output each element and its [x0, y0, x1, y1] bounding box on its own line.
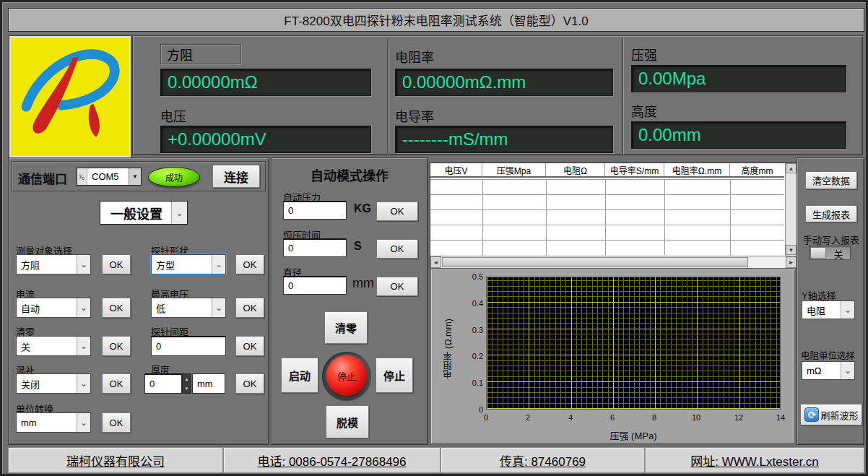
emergency-stop-button[interactable]: 停止 — [326, 355, 367, 396]
refresh-waveform-label: 刷新波形 — [820, 408, 858, 422]
y-axis-select-value: 电阻 — [802, 301, 841, 319]
max-voltage-select[interactable]: 低 ⌄ — [151, 298, 226, 318]
chevron-down-icon[interactable]: ⌄ — [841, 301, 854, 319]
table-body — [430, 179, 784, 255]
manual-report-toggle[interactable]: 关 — [809, 246, 851, 260]
ok-button[interactable]: OK — [102, 412, 131, 433]
table-hscrollbar[interactable]: ◄ ► — [430, 256, 797, 268]
chevron-down-icon[interactable]: ⌄ — [77, 413, 90, 432]
scroll-down-icon[interactable]: ▼ — [786, 245, 797, 255]
measurement-display-panel: 方阻 0.00000mΩ 电压 +0.00000mV 电阻率 0.00000mΩ… — [132, 35, 863, 155]
ok-button[interactable]: OK — [376, 202, 418, 221]
scroll-right-icon[interactable]: ► — [786, 256, 797, 268]
pressure-value: 0.00Mpa — [631, 65, 846, 92]
chevron-down-icon[interactable]: ⌄ — [77, 298, 90, 317]
stop-button[interactable]: 停止 — [376, 358, 413, 393]
column-header: 电压V — [430, 163, 482, 176]
chevron-down-icon[interactable]: ⌄ — [77, 337, 90, 355]
ok-button[interactable]: OK — [235, 336, 264, 356]
status-led-text: 成功 — [165, 171, 183, 183]
chevron-down-icon[interactable]: ⌄ — [212, 255, 225, 274]
y-tick: 0.4 — [461, 299, 483, 308]
toggle-state-text: 关 — [827, 247, 850, 261]
auto-mode-title: 自动模式操作 — [272, 165, 428, 184]
x-tick: 6 — [602, 413, 623, 422]
unit-convert-select[interactable]: mm ⌄ — [16, 412, 91, 433]
refresh-icon: ⟳ — [804, 407, 819, 422]
y-tick: 0.2 — [461, 352, 483, 360]
probe-shape-select[interactable]: 方型 ⌄ — [151, 254, 226, 274]
company-name: 瑞柯仪器有限公司 — [8, 447, 223, 473]
voltage-value: +0.00000mV — [160, 126, 371, 153]
current-select[interactable]: 自动 ⌄ — [16, 298, 91, 318]
settings-mode-value: 一般设置 — [100, 202, 171, 224]
spinner-up-icon[interactable]: ▲ — [183, 374, 191, 384]
unit-convert-value: mm — [17, 413, 77, 432]
x-tick: 0 — [475, 413, 497, 422]
io-icon: ᴵ⁄ₒ — [77, 168, 87, 185]
chevron-down-icon[interactable]: ⌄ — [77, 374, 90, 393]
start-button[interactable]: 启动 — [281, 358, 318, 393]
ok-button[interactable]: OK — [376, 239, 418, 259]
height-label: 高度 — [631, 101, 657, 120]
conductivity-label: 电导率 — [395, 106, 434, 125]
ok-button[interactable]: OK — [102, 298, 131, 318]
probe-spacing-input[interactable]: 0 — [151, 336, 226, 356]
ok-button[interactable]: OK — [235, 254, 264, 274]
x-tick: 2 — [517, 413, 539, 422]
temp-comp-value: 关闭 — [17, 374, 77, 393]
demold-button[interactable]: 脱模 — [326, 405, 369, 438]
combo-arrow-icon[interactable]: ▼ — [129, 168, 141, 185]
scroll-left-icon[interactable]: ◄ — [430, 256, 441, 268]
diameter-unit: mm — [352, 276, 374, 291]
auto-pressure-input[interactable]: 0 — [283, 201, 347, 220]
divider — [387, 38, 389, 155]
ok-button[interactable]: OK — [235, 298, 264, 318]
hscroll-thumb[interactable] — [442, 257, 748, 267]
scroll-up-icon[interactable]: ▲ — [786, 163, 797, 173]
measure-object-select[interactable]: 方阻 ⌄ — [16, 254, 91, 274]
zero-button[interactable]: 清零 — [324, 311, 368, 344]
column-header: 压强Mpa — [482, 163, 546, 176]
generate-report-button[interactable]: 生成报表 — [805, 205, 857, 222]
auto-mode-panel: 自动模式操作 自动压力 0 KG OK 恒压时间 0 S OK 直径 0 mm … — [271, 157, 428, 445]
x-axis-label: 压强 (MPa) — [486, 428, 781, 442]
y-axis-select[interactable]: 电阻 ⌄ — [802, 300, 855, 319]
temp-comp-select[interactable]: 关闭 ⌄ — [16, 373, 91, 394]
chevron-down-icon[interactable]: ⌄ — [77, 255, 90, 274]
settings-mode-select[interactable]: 一般设置 ⌄ — [100, 201, 188, 225]
ok-button[interactable]: OK — [376, 277, 418, 296]
clear-data-button[interactable]: 清空数据 — [805, 171, 857, 189]
waveform-graph: 0.5 0.4 0.3 0.2 0.1 0 0 2 4 6 8 10 12 14… — [430, 268, 797, 445]
refresh-waveform-button[interactable]: ⟳ 刷新波形 — [800, 404, 862, 425]
connect-button[interactable]: 连接 — [212, 165, 260, 188]
current-value: 自动 — [17, 298, 77, 317]
thickness-input[interactable]: 0 — [144, 373, 182, 394]
zeroing-select[interactable]: 关 ⌄ — [16, 336, 91, 356]
resistivity-value: 0.00000mΩ.mm — [395, 69, 613, 96]
chevron-down-icon[interactable]: ⌄ — [841, 362, 854, 379]
website-link[interactable]: 网址: WWW.Lxtester.cn — [645, 447, 864, 473]
com-port-select[interactable]: ᴵ⁄ₒ COM5 ▼ — [77, 168, 142, 186]
ok-button[interactable]: OK — [235, 373, 264, 394]
thickness-spinner[interactable]: ▲ ▼ — [182, 373, 191, 394]
hold-time-input[interactable]: 0 — [283, 238, 347, 257]
title-bar: FT-8200双电四探针粉末电阻率测试系统（智能型）V1.0 — [8, 8, 864, 32]
logo-r-icon — [11, 38, 129, 156]
diameter-input[interactable]: 0 — [283, 276, 347, 295]
footer-bar: 瑞柯仪器有限公司 电话: 0086-0574-27868496 传真: 8746… — [8, 447, 864, 473]
spinner-down-icon[interactable]: ▼ — [183, 384, 191, 393]
com-port-value: COM5 — [87, 168, 129, 185]
resistance-unit-select[interactable]: mΩ ⌄ — [802, 361, 855, 380]
y-tick: 0.5 — [461, 272, 483, 281]
manual-report-label: 手动写入报表 — [799, 233, 864, 246]
chevron-down-icon[interactable]: ⌄ — [212, 298, 225, 317]
emergency-stop-label: 停止 — [337, 369, 356, 383]
ok-button[interactable]: OK — [102, 254, 131, 274]
table-vscrollbar[interactable]: ▲ ▼ — [785, 163, 797, 256]
thickness-unit-box: mm — [192, 373, 225, 394]
toggle-handle[interactable] — [810, 247, 826, 259]
ok-button[interactable]: OK — [102, 373, 131, 394]
ok-button[interactable]: OK — [102, 336, 131, 356]
chevron-down-icon[interactable]: ⌄ — [171, 202, 187, 224]
